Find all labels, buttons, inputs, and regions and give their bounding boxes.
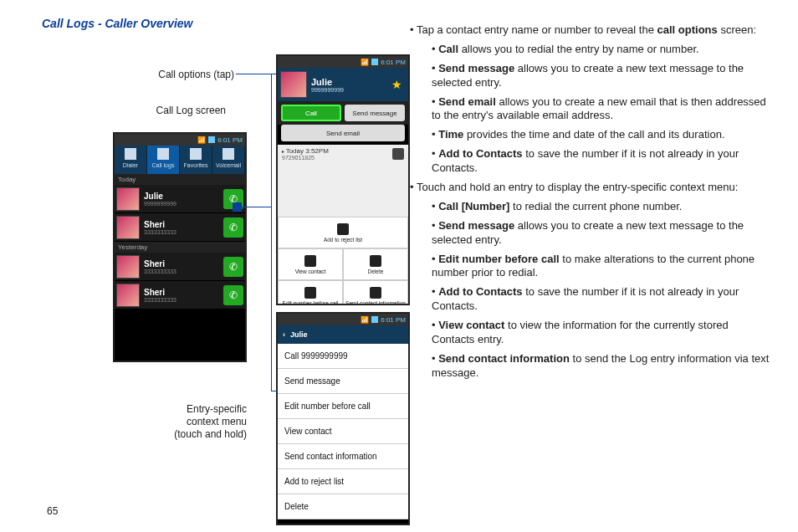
status-bar: 📶 6:01 PM xyxy=(278,56,408,68)
wifi-icon: 📶 xyxy=(361,59,369,66)
caption-entry-context: Entry-specific context menu (touch and h… xyxy=(146,403,247,441)
ctx-send-message[interactable]: Send message xyxy=(278,369,408,394)
voicemail-icon xyxy=(223,148,234,160)
caption-call-log: Call Log screen xyxy=(130,105,226,117)
send-email-button[interactable]: Send email xyxy=(281,125,405,141)
favorites-icon xyxy=(190,148,202,160)
send-contact-info-button[interactable]: Send contact information xyxy=(343,280,408,305)
instr-add-contacts-2: Add to Contacts to save the number if it… xyxy=(410,285,773,314)
call-button[interactable]: ✆ xyxy=(223,257,243,277)
instr-send-message-2: Send message allows you to create a new … xyxy=(410,219,773,248)
call-button[interactable]: Call xyxy=(281,105,341,121)
context-menu-list: Call 9999999999 Send message Edit number… xyxy=(278,344,408,519)
edit-icon xyxy=(304,287,316,299)
context-menu-header: › Julie xyxy=(278,325,408,344)
calllogs-icon xyxy=(157,148,169,160)
instr-send-message: Send message allows you to create a new … xyxy=(410,62,773,90)
phone-calloptions: 📶 6:01 PM Julie 9999999999 ★ Call Send m… xyxy=(276,54,410,305)
tab-favorites[interactable]: Favorites xyxy=(180,146,212,174)
log-name: Sheri xyxy=(144,220,223,229)
label-yesterday: Yesterday xyxy=(115,242,245,253)
avatar xyxy=(116,187,140,211)
avatar xyxy=(116,255,140,279)
signal-icon xyxy=(208,136,215,143)
ctx-delete[interactable]: Delete xyxy=(278,494,408,519)
status-bar: 📶 6:01 PM xyxy=(278,314,408,325)
instr-call-number: Call [Number] to redial the current phon… xyxy=(410,200,773,214)
status-time: 6:01 PM xyxy=(381,316,406,324)
log-row-sheri-2[interactable]: Sheri 3333333333 ✆ xyxy=(115,253,245,281)
signal-icon xyxy=(371,59,378,65)
instr-view-contact: View contact to view the information for… xyxy=(410,319,773,347)
send-icon xyxy=(370,287,381,299)
call-history-entry[interactable]: ▸ Today 3:52PM 9729011825 xyxy=(278,145,408,163)
ctx-edit-number[interactable]: Edit number before call xyxy=(278,394,408,419)
status-time: 6:01 PM xyxy=(217,136,243,144)
phone-calllog: 📶 6:01 PM Dialer Call logs Favorites Voi… xyxy=(113,132,247,362)
log-name: Sheri xyxy=(144,288,223,297)
dialer-tabs: Dialer Call logs Favorites Voicemail xyxy=(115,146,245,174)
label-today: Today xyxy=(115,174,245,185)
instr-send-contact-info: Send contact information to send the Log… xyxy=(410,352,773,381)
chevron-icon: › xyxy=(283,330,285,339)
section-title: Call Logs - Caller Overview xyxy=(42,17,393,30)
instr-touch-hold: Touch and hold an entry to display the e… xyxy=(410,181,773,195)
wifi-icon: 📶 xyxy=(197,136,206,144)
log-number: 3333333333 xyxy=(144,269,223,274)
page-number: 65 xyxy=(47,505,58,517)
contact-number: 9999999999 xyxy=(311,87,391,93)
instr-send-email: Send email allows you to create a new em… xyxy=(410,95,773,124)
add-reject-button[interactable]: Add to reject list xyxy=(278,217,408,248)
call-button[interactable]: ✆ xyxy=(223,285,243,305)
options-grid: Add to reject list View contact Delete E… xyxy=(278,217,408,305)
log-name: Julie xyxy=(144,192,223,201)
instr-call: Call allows you to redial the entry by n… xyxy=(410,43,773,57)
star-icon[interactable]: ★ xyxy=(391,78,406,91)
log-row-sheri-3[interactable]: Sheri 3333333333 ✆ xyxy=(115,281,245,309)
tab-calllogs[interactable]: Call logs xyxy=(147,146,180,174)
dialer-icon xyxy=(125,148,136,160)
log-name: Sheri xyxy=(144,259,223,269)
delete-button[interactable]: Delete xyxy=(343,248,408,280)
status-bar: 📶 6:01 PM xyxy=(115,134,245,146)
instructions: Tap a contact entry name or number to re… xyxy=(393,17,773,515)
wifi-icon: 📶 xyxy=(361,316,369,324)
delete-icon xyxy=(370,255,381,267)
log-number: 3333333333 xyxy=(144,229,223,235)
contact-name: Julie xyxy=(311,77,332,87)
instr-time: Time provides the time and date of the c… xyxy=(410,128,773,142)
phone-contextmenu: 📶 6:01 PM › Julie Call 9999999999 Send m… xyxy=(276,312,410,525)
contact-icon xyxy=(304,255,316,267)
send-message-button[interactable]: Send message xyxy=(345,105,405,121)
view-contact-button[interactable]: View contact xyxy=(278,248,343,280)
ctx-add-reject[interactable]: Add to reject list xyxy=(278,469,408,494)
signal-icon xyxy=(371,316,378,323)
reject-icon xyxy=(337,223,349,235)
instr-edit-number: Edit number before call to make alterati… xyxy=(410,253,773,281)
log-row-julie[interactable]: Julie 9999999999 ✆ xyxy=(115,185,245,213)
log-number: 3333333333 xyxy=(144,297,223,303)
call-button[interactable]: ✆ xyxy=(223,217,243,238)
ctx-view-contact[interactable]: View contact xyxy=(278,419,408,444)
log-number: 9999999999 xyxy=(144,201,223,207)
instr-tap: Tap a contact entry name or number to re… xyxy=(410,23,773,38)
log-row-sheri-1[interactable]: Sheri 3333333333 ✆ xyxy=(115,213,245,242)
ctx-call[interactable]: Call 9999999999 xyxy=(278,344,408,369)
edit-number-button[interactable]: Edit number before call xyxy=(278,280,343,305)
avatar xyxy=(280,71,307,98)
contact-header: Julie 9999999999 ★ xyxy=(278,68,408,101)
context-contact-name: Julie xyxy=(290,330,308,339)
instr-add-contacts: Add to Contacts to save the number if it… xyxy=(410,147,773,176)
ctx-send-contact-info[interactable]: Send contact information xyxy=(278,444,408,469)
avatar xyxy=(116,216,140,239)
phone-icon[interactable] xyxy=(392,148,404,160)
tab-dialer[interactable]: Dialer xyxy=(115,146,147,174)
status-time: 6:01 PM xyxy=(381,59,406,66)
tab-voicemail[interactable]: Voicemail xyxy=(212,146,245,174)
avatar xyxy=(116,284,140,307)
caption-call-options: Call options (tap) xyxy=(142,69,234,81)
